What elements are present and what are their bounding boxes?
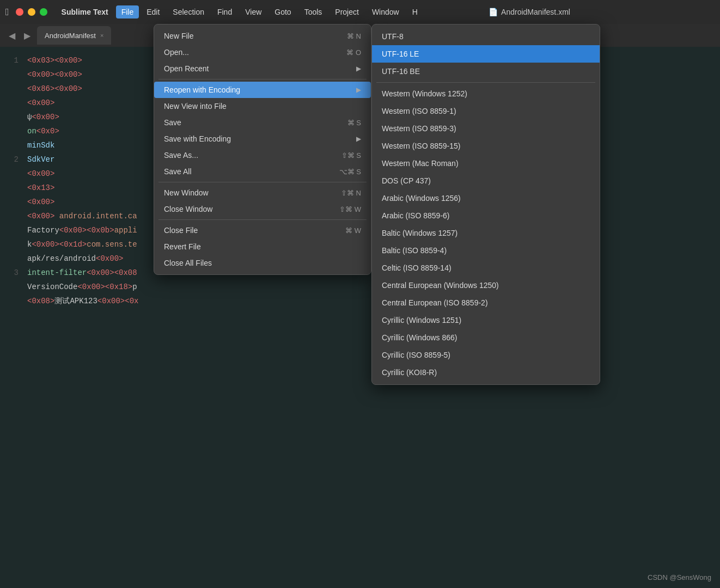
- menu-label: Save: [164, 118, 181, 127]
- encoding-label: Central European (Windows 1250): [382, 281, 499, 290]
- line-content: k<0x00><0x1d>com.sens.te: [27, 237, 137, 252]
- encoding-item-cyrillic1251[interactable]: Cyrillic (Windows 1251): [372, 311, 600, 329]
- encoding-label: UTF-8: [382, 32, 404, 41]
- maximize-button[interactable]: [40, 8, 47, 16]
- close-button[interactable]: [16, 8, 23, 16]
- apple-logo-icon[interactable]: : [5, 7, 9, 18]
- line-content: apk/res/android<0x00>: [27, 252, 123, 266]
- encoding-label: DOS (CP 437): [382, 176, 431, 185]
- menu-item-reopen-encoding[interactable]: Reopen with Encoding ▶: [154, 82, 371, 98]
- encoding-label: Western (Mac Roman): [382, 159, 459, 168]
- encoding-item-utf16le[interactable]: UTF-16 LE: [372, 45, 600, 63]
- line-content: <0x00>: [27, 96, 54, 110]
- line-content: <0x13>: [27, 181, 54, 195]
- chevron-right-icon: ▶: [356, 86, 361, 94]
- menu-item-close-file[interactable]: Close File ⌘ W: [154, 222, 371, 238]
- encoding-item-cp437[interactable]: DOS (CP 437): [372, 172, 600, 189]
- encoding-item-iso88593[interactable]: Western (ISO 8859-3): [372, 120, 600, 137]
- encoding-label: Baltic (Windows 1257): [382, 229, 457, 237]
- encoding-item-windows1252[interactable]: Western (Windows 1252): [372, 85, 600, 102]
- encoding-label: Western (ISO 8859-1): [382, 107, 456, 115]
- encoding-item-cyrillickoi8[interactable]: Cyrillic (KOI8-R): [372, 364, 600, 381]
- encoding-item-utf8[interactable]: UTF-8: [372, 28, 600, 45]
- menu-label: Close Window: [164, 205, 212, 213]
- menu-shortcut: ⇧⌘ N: [341, 189, 361, 197]
- line-content: minSdk: [27, 138, 54, 152]
- editor-line-17: VersionCode<0x00><0x18>p: [0, 280, 720, 294]
- tab-androidmanifest[interactable]: AndroidManifest ×: [37, 26, 111, 45]
- tab-nav-right-icon[interactable]: ▶: [20, 28, 35, 43]
- encoding-label: Cyrillic (ISO 8859-5): [382, 351, 450, 359]
- chevron-right-icon: ▶: [356, 135, 361, 143]
- encoding-label: Arabic (ISO 8859-6): [382, 211, 450, 220]
- menu-separator-1: [158, 79, 367, 79]
- menu-item-save-encoding[interactable]: Save with Encoding ▶: [154, 131, 371, 147]
- menu-item-open-recent[interactable]: Open Recent ▶: [154, 60, 371, 77]
- menu-shortcut: ⌘ O: [346, 48, 361, 57]
- encoding-label: UTF-16 LE: [382, 50, 419, 58]
- menu-label: Close File: [164, 226, 198, 235]
- minimize-button[interactable]: [28, 8, 35, 16]
- chevron-right-icon: ▶: [356, 65, 361, 72]
- menu-item-new-window[interactable]: New Window ⇧⌘ N: [154, 185, 371, 201]
- line-number: 2: [0, 152, 27, 167]
- menubar:  Sublime Text File Edit Selection Find …: [0, 0, 720, 24]
- tab-close-icon[interactable]: ×: [100, 32, 103, 39]
- menu-item-save[interactable]: Save ⌘ S: [154, 114, 371, 131]
- menu-label: New Window: [164, 188, 209, 197]
- menu-item-revert-file[interactable]: Revert File: [154, 238, 371, 255]
- menubar-item-goto[interactable]: Goto: [269, 5, 296, 19]
- menubar-item-tools[interactable]: Tools: [299, 5, 328, 19]
- title-text: AndroidManifest.xml: [501, 8, 570, 16]
- encoding-item-iso885915[interactable]: Western (ISO 8859-15): [372, 137, 600, 155]
- menu-separator-3: [158, 219, 367, 220]
- encoding-item-baltic88594[interactable]: Baltic (ISO 8859-4): [372, 242, 600, 259]
- menubar-item-edit[interactable]: Edit: [141, 5, 165, 19]
- menubar-item-selection[interactable]: Selection: [167, 5, 210, 19]
- window-title: 📄 AndroidManifest.xml: [339, 0, 720, 24]
- watermark-text: CSDN @SensWong: [648, 573, 711, 581]
- menu-shortcut: ⌘ N: [347, 32, 361, 40]
- menu-item-new-file[interactable]: New File ⌘ N: [154, 28, 371, 44]
- menubar-item-find[interactable]: Find: [212, 5, 237, 19]
- menu-item-open[interactable]: Open... ⌘ O: [154, 44, 371, 60]
- menubar-item-view[interactable]: View: [240, 5, 267, 19]
- line-content: <0x00>: [27, 195, 54, 209]
- menu-label: Open...: [164, 48, 189, 57]
- line-content: intent-filter<0x00><0x08: [27, 266, 137, 280]
- line-content: SdkVer: [27, 152, 54, 167]
- encoding-item-arabic1256[interactable]: Arabic (Windows 1256): [372, 189, 600, 207]
- menubar-item-sublime[interactable]: Sublime Text: [56, 5, 114, 19]
- menu-item-close-all[interactable]: Close All Files: [154, 255, 371, 271]
- encoding-label: Cyrillic (Windows 1251): [382, 316, 461, 324]
- line-number: 1: [0, 53, 27, 68]
- menu-item-save-as[interactable]: Save As... ⇧⌘ S: [154, 147, 371, 163]
- encoding-label: Western (Windows 1252): [382, 89, 467, 98]
- line-content: <0x00><0x00>: [27, 68, 82, 82]
- encoding-item-centraleur88592[interactable]: Central European (ISO 8859-2): [372, 294, 600, 311]
- line-content: <0x08>测试APK123<0x00><0x: [27, 294, 138, 308]
- menu-shortcut: ⌥⌘ S: [339, 168, 361, 176]
- encoding-item-macroman[interactable]: Western (Mac Roman): [372, 155, 600, 172]
- line-content: <0x00>: [27, 167, 54, 181]
- menu-shortcut: ⌘ W: [345, 226, 361, 235]
- menu-item-new-view[interactable]: New View into File: [154, 98, 371, 114]
- encoding-item-utf16be[interactable]: UTF-16 BE: [372, 63, 600, 80]
- tab-nav-left-icon[interactable]: ◀: [4, 28, 20, 43]
- encoding-label: Celtic (ISO 8859-14): [382, 264, 451, 272]
- menu-item-save-all[interactable]: Save All ⌥⌘ S: [154, 163, 371, 180]
- menu-shortcut: ⌘ S: [347, 119, 361, 127]
- line-content: <0x00> android.intent.ca: [27, 209, 137, 223]
- menu-item-close-window[interactable]: Close Window ⇧⌘ W: [154, 201, 371, 217]
- editor-line-18: <0x08>测试APK123<0x00><0x: [0, 294, 720, 308]
- encoding-item-iso88591[interactable]: Western (ISO 8859-1): [372, 102, 600, 120]
- encoding-item-arabic88596[interactable]: Arabic (ISO 8859-6): [372, 207, 600, 224]
- encoding-item-celtic885914[interactable]: Celtic (ISO 8859-14): [372, 259, 600, 277]
- encoding-item-baltic1257[interactable]: Baltic (Windows 1257): [372, 224, 600, 242]
- encoding-item-cyrillic88595[interactable]: Cyrillic (ISO 8859-5): [372, 346, 600, 364]
- encoding-label: Cyrillic (Windows 866): [382, 333, 457, 342]
- encoding-item-cyrillic866[interactable]: Cyrillic (Windows 866): [372, 329, 600, 346]
- menu-separator-2: [158, 182, 367, 182]
- encoding-item-centraleur1250[interactable]: Central European (Windows 1250): [372, 277, 600, 294]
- menubar-item-file[interactable]: File: [116, 5, 139, 19]
